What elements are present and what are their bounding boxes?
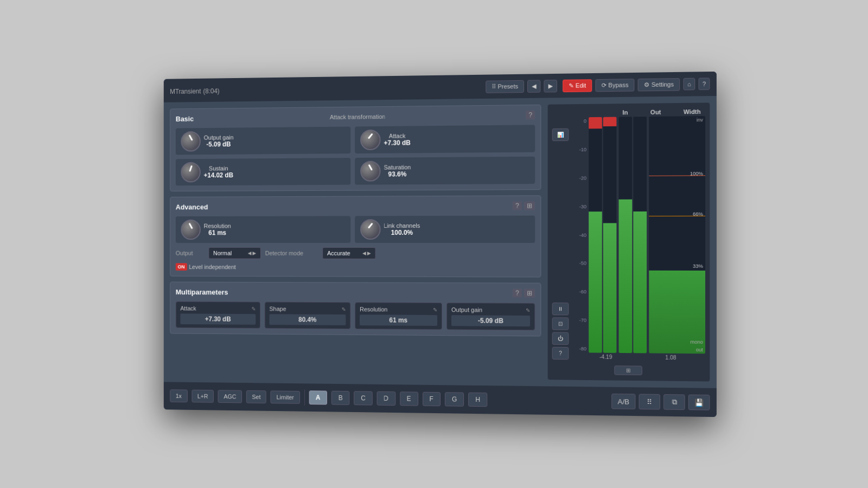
basic-section: Basic Attack transformation ? Output gai… [170,104,541,191]
output-row: Output Normal ◀ ▶ Detector mode Accurate… [176,247,535,259]
output-dropdown[interactable]: Normal ◀ ▶ [208,247,261,259]
btn-save[interactable]: 💾 [688,394,710,410]
slot-e[interactable]: E [400,391,418,406]
resolution-knob[interactable] [181,219,200,239]
left-panel: Basic Attack transformation ? Output gai… [170,104,541,379]
meter-screen-btn[interactable]: ⊡ [552,317,569,330]
saturation-knob[interactable] [360,160,381,181]
saturation-label: Saturation 93.6% [384,164,411,178]
multi-attack-card: Attack ✎ +7.30 dB [176,301,260,328]
meter-expand-row: ⊞ [552,364,705,377]
btn-1x[interactable]: 1x [170,389,187,402]
link-channels-label: Link channels 100.0% [384,222,420,236]
advanced-header: Advanced ? ⊞ [176,201,535,211]
multi-grid: Attack ✎ +7.30 dB Shape ✎ 80.4 [176,301,535,330]
multi-resolution-icon[interactable]: ✎ [433,306,437,312]
settings-button[interactable]: ⚙ Settings [638,78,680,91]
slot-b[interactable]: B [331,390,349,404]
nav-next-button[interactable]: ▶ [544,79,557,92]
bypass-button[interactable]: ⟳ Bypass [596,78,635,91]
basic-knob-row-2: Sustain +14.02 dB Saturation 93.6% [176,156,535,185]
multiparams-expand[interactable]: ⊞ [524,288,535,297]
btn-copy[interactable]: ⧉ [663,394,685,410]
multi-attack-header: Attack ✎ [180,305,256,312]
basic-knob-row-1: Output gain -5.09 dB Attack +7.30 dB [176,125,535,155]
advanced-title: Advanced [176,202,208,210]
advanced-expand[interactable]: ⊞ [524,201,535,210]
in-meter-left [589,117,602,352]
in-right-peak [603,117,617,126]
in-right-fill [603,223,617,352]
inv-label: inv [697,117,703,123]
meter-expand-btn[interactable]: ⊞ [614,365,642,375]
in-label: In [623,109,628,115]
multi-attack-icon[interactable]: ✎ [251,305,256,311]
nav-prev-button[interactable]: ◀ [527,79,540,92]
out-val: 1.08 [665,354,676,360]
top-bar-right: ✎ Edit ⟳ Bypass ⚙ Settings ⌂ ? [563,77,710,92]
output-gain-label: Output gain -5.09 dB [204,134,234,148]
detector-dropdown[interactable]: Accurate ◀ ▶ [322,247,376,259]
link-channels-knob[interactable] [360,219,381,240]
basic-help[interactable]: ? [526,111,535,119]
attack-knob[interactable] [360,129,381,150]
app-version: (8:04) [203,87,219,94]
sustain-knob[interactable] [181,162,200,182]
meter-header: In Out Width [571,107,705,117]
slot-g[interactable]: G [445,392,464,406]
width-header-label: Width [684,108,701,115]
multiparams-title: Multiparameters [176,287,228,296]
multi-output-gain-title: Output gain [451,306,482,313]
multi-shape-icon[interactable]: ✎ [342,306,346,312]
btn-ab[interactable]: A/B [611,393,635,409]
multi-resolution-value[interactable]: 61 ms [360,314,437,326]
meter-help-btn[interactable]: ? [552,346,569,359]
multi-output-gain-card: Output gain ✎ -5.09 dB [446,303,535,330]
out-label-meter: out [696,346,703,352]
slot-f[interactable]: F [423,391,441,406]
btn-agc[interactable]: AGC [218,390,242,403]
multi-resolution-card: Resolution ✎ 61 ms [355,302,442,330]
multi-attack-value[interactable]: +7.30 dB [180,313,256,325]
advanced-help[interactable]: ? [513,201,522,210]
btn-limiter[interactable]: Limiter [271,390,300,403]
meter-pause-btn[interactable]: ⏸ [552,303,569,315]
help-button[interactable]: ? [698,78,710,90]
basic-subtitle: Attack transformation [330,113,386,120]
slot-c[interactable]: C [354,391,372,405]
meter-scale: 0 -10 -20 -30 -40 -50 -60 -70 -80 [571,117,586,352]
out-meter-left [619,117,633,353]
presets-button[interactable]: ⠿ Presets [486,80,524,93]
meter-power-btn[interactable]: ⏻ [552,332,569,344]
attack-group: Attack +7.30 dB [355,125,535,153]
sustain-label: Sustain +14.02 dB [204,165,233,179]
btn-set[interactable]: Set [246,390,266,403]
multi-resolution-header: Resolution ✎ [360,306,437,313]
multi-shape-value[interactable]: 80.4% [269,314,346,325]
bb-divider [304,389,304,406]
level-independent-control[interactable]: ON Level independent [176,263,236,271]
bb-spacer [492,400,607,401]
btn-grid[interactable]: ⠿ [639,394,660,409]
out-left-fill [619,199,633,352]
meter-bar-icon[interactable]: 📊 [552,128,569,141]
width-66pct-label: 66% [693,211,703,216]
multi-resolution-title: Resolution [360,306,387,312]
btn-lr[interactable]: L+R [192,389,214,402]
multi-output-gain-icon[interactable]: ✎ [526,307,530,313]
sustain-group: Sustain +14.02 dB [176,158,350,185]
slot-d[interactable]: D [376,391,395,405]
multi-output-gain-value[interactable]: -5.09 dB [451,315,530,326]
on-badge: ON [176,263,187,271]
multi-output-gain-header: Output gain ✎ [451,306,530,313]
output-gain-knob[interactable] [181,131,200,151]
slot-h[interactable]: H [468,392,487,407]
multiparams-help[interactable]: ? [513,288,522,297]
slot-a[interactable]: A [309,390,327,404]
meter-bottom: -4.19 1.08 [571,352,705,362]
top-bar-center: ⠿ Presets ◀ ▶ [486,79,557,93]
edit-button[interactable]: ✎ Edit [563,79,592,92]
multiparams-section: Multiparameters ? ⊞ Attack ✎ +7.30 dB [170,281,541,336]
app-title: MTransient (8:04) [170,82,480,95]
home-button[interactable]: ⌂ [684,78,695,90]
